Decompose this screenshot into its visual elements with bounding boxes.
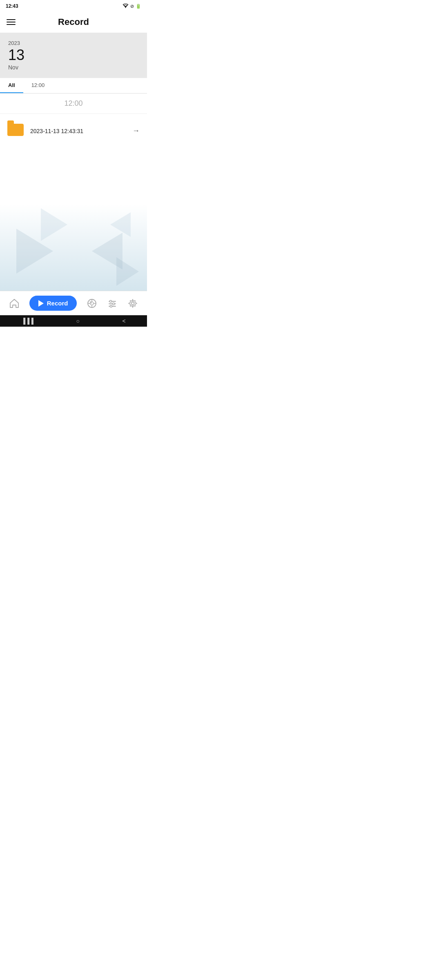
system-nav: ▐▐▐ ○ < [0, 315, 147, 327]
control-icon [107, 298, 118, 309]
watermark-shapes [0, 204, 147, 294]
play-icon [38, 300, 44, 307]
tab-time[interactable]: 12:00 [23, 78, 53, 93]
wifi-icon [122, 3, 129, 9]
watermark-tri-4 [41, 208, 67, 241]
nav-home[interactable] [9, 298, 20, 309]
home-icon [9, 298, 20, 309]
record-item[interactable]: 2023-11-13 12:43:31 → [0, 118, 147, 144]
bottom-nav: Record [0, 291, 147, 315]
tabs: All 12:00 [0, 78, 147, 94]
battery-icon: 🔋 [136, 4, 141, 9]
date-month: Nov [8, 64, 139, 71]
top-bar: Record [0, 11, 147, 33]
time-header: 12:00 [0, 94, 147, 114]
svg-point-13 [131, 302, 134, 305]
recent-apps-button[interactable]: ▐▐▐ [21, 318, 33, 324]
record-button[interactable]: Record [29, 296, 77, 311]
svg-point-0 [125, 7, 126, 8]
nav-settings[interactable] [127, 298, 138, 309]
arrow-icon: → [132, 127, 140, 135]
svg-point-11 [113, 303, 115, 305]
nav-control[interactable] [107, 298, 118, 309]
record-name: 2023-11-13 12:43:31 [30, 128, 132, 134]
settings-icon [127, 298, 138, 309]
folder-icon [7, 124, 24, 138]
no-alarm-icon: ⊘ [130, 4, 134, 9]
watermark-tri-1 [16, 229, 53, 274]
date-year: 2023 [8, 40, 139, 46]
record-btn-label: Record [47, 300, 68, 307]
back-button[interactable]: < [122, 318, 126, 324]
date-section: 2023 13 Nov [0, 33, 147, 78]
record-list: 2023-11-13 12:43:31 → [0, 114, 147, 148]
status-bar: 12:43 ⊘ 🔋 [0, 0, 147, 11]
nav-driving[interactable] [87, 298, 97, 309]
driving-icon [87, 298, 97, 309]
watermark-tri-2 [92, 233, 122, 270]
home-button[interactable]: ○ [76, 318, 80, 324]
svg-point-10 [110, 300, 112, 302]
svg-point-12 [110, 305, 112, 307]
menu-button[interactable] [7, 19, 16, 25]
status-time: 12:43 [6, 3, 18, 9]
watermark-area [0, 204, 147, 294]
page-title: Record [58, 17, 89, 27]
tab-all[interactable]: All [0, 78, 23, 93]
date-day: 13 [8, 47, 139, 63]
watermark-tri-5 [110, 212, 131, 237]
status-icons: ⊘ 🔋 [122, 3, 141, 9]
watermark-tri-3 [116, 257, 139, 286]
